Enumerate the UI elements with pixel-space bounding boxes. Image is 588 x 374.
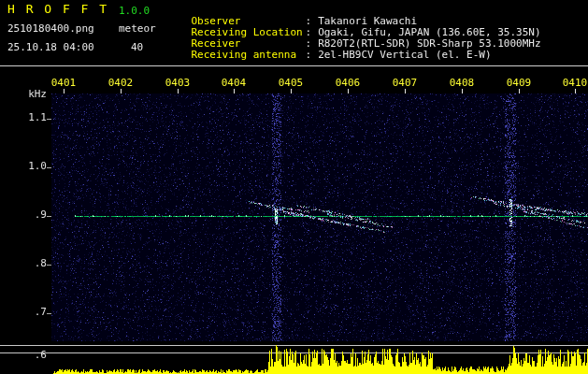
time-tick-label: 0406 (336, 78, 361, 89)
time-tick-label: 0409 (507, 78, 532, 89)
freq-tick-label: .7 (2, 307, 47, 318)
time-tick-label: 0404 (222, 78, 247, 89)
info-value: 2el-HB9CV Vertical (el. E-W) (318, 49, 491, 61)
output-filename: 2510180400.png (7, 23, 94, 35)
time-tick-label: 0402 (108, 78, 134, 89)
info-row-antenna: Receiving antenna:2el-HB9CV Vertical (el… (166, 38, 492, 72)
app-title: H R O F F T (7, 4, 108, 15)
header-separator (0, 65, 588, 66)
mode-label: meteor (119, 23, 156, 35)
count-value: 40 (131, 42, 143, 53)
time-tick-label: 0401 (51, 78, 77, 89)
freq-axis-unit: kHz (2, 89, 47, 100)
freq-tick-label: .8 (2, 258, 47, 269)
hrofft-output-window: H R O F F T 1.0.0 2510180400.png meteor … (0, 0, 588, 374)
freq-tick-label: .6 (2, 350, 47, 361)
freq-tick-label: .9 (2, 209, 47, 221)
time-tick-label: 0408 (450, 78, 475, 89)
time-tick-label: 0410 (563, 78, 588, 89)
time-tick-label: 0407 (393, 78, 418, 89)
freq-tick-label: 1.0 (2, 161, 47, 172)
time-tick-label: 0405 (279, 78, 304, 89)
observation-datetime: 25.10.18 04:00 (7, 42, 94, 53)
info-colon: : (306, 49, 312, 61)
app-version: 1.0.0 (119, 6, 150, 17)
freq-tick-label: 1.1 (2, 112, 47, 123)
info-label: Receiving antenna (192, 50, 306, 61)
time-tick-label: 0403 (165, 78, 191, 89)
